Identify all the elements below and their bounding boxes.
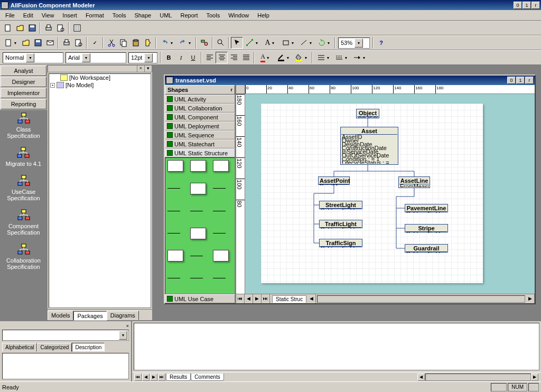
props-tab-categorized[interactable]: Categorized	[37, 343, 72, 352]
stencil-shape[interactable]	[167, 160, 183, 172]
minimize-button[interactable]: 0	[514, 2, 522, 9]
line-pattern-button[interactable]: ▼	[332, 52, 350, 63]
menu-insert[interactable]: Insert	[58, 11, 81, 20]
rectangle-tool[interactable]: ▼	[279, 37, 297, 49]
menu-uml[interactable]: UML	[155, 11, 176, 20]
doc-minimize-button[interactable]: 0	[507, 77, 516, 84]
copy-button[interactable]	[117, 37, 129, 49]
properties-body[interactable]	[2, 353, 129, 379]
class-streetlight[interactable]: StreetLightSubtypeField : <unspecified>	[319, 201, 362, 209]
tab-scroll-left[interactable]: ◀	[307, 294, 316, 303]
rail-item[interactable]: UseCase Specification	[1, 174, 46, 201]
stencil-shape[interactable]	[213, 205, 229, 217]
print-button[interactable]	[42, 22, 54, 34]
menu-tools[interactable]: Tools	[108, 11, 130, 20]
menu-report[interactable]: Report	[176, 11, 202, 20]
out-hscroll[interactable]	[425, 374, 531, 381]
shape-cat[interactable]: UML Component	[165, 113, 235, 122]
drawing-canvas[interactable]: ObjectOBJECTID AssetAssetIDOwnerDesignDa…	[245, 94, 535, 294]
output-body[interactable]	[134, 323, 539, 370]
canvas-tab[interactable]: Static Struc	[272, 295, 306, 303]
save-button[interactable]	[26, 22, 38, 34]
class-guardrail[interactable]: GuardrailSubtypeField : <unspecified>	[405, 244, 448, 253]
mail-button[interactable]	[44, 37, 56, 49]
underline-button[interactable]: U	[187, 52, 199, 63]
class-assetline[interactable]: AssetLineFromMeasureToMeasure	[398, 176, 430, 188]
tree-list[interactable]: [No Workspace] +[No Model]	[49, 73, 151, 308]
rail-tab-implementor[interactable]: Implementor	[1, 88, 46, 98]
close-button[interactable]: r	[531, 2, 540, 9]
rail-tab-designer[interactable]: Designer	[1, 77, 46, 87]
print2-button[interactable]	[60, 37, 72, 49]
tab-scroll-right[interactable]: ▶	[526, 294, 535, 303]
stencil-shape[interactable]	[213, 228, 229, 239]
rotate-tool[interactable]: ▼	[315, 37, 333, 49]
align-left-button[interactable]	[203, 52, 216, 63]
out-first[interactable]: ⏮	[134, 374, 142, 381]
stencil-shape[interactable]	[190, 205, 206, 217]
stencil-shape[interactable]	[190, 273, 206, 284]
class-trafficlight[interactable]: TrafficLightSubtypeField : <unspecified>	[319, 220, 362, 228]
page-next-button[interactable]: ▶	[253, 294, 262, 303]
stencil-shape[interactable]	[190, 228, 206, 239]
out-last[interactable]: ⏭	[158, 374, 165, 381]
expand-icon[interactable]: +	[50, 83, 55, 88]
paste-button[interactable]	[129, 37, 142, 49]
save-file-button[interactable]	[32, 37, 44, 49]
shape-cat[interactable]: UML Collaboration	[165, 104, 235, 113]
stencil-shape[interactable]	[213, 273, 229, 284]
class-asset[interactable]: AssetAssetIDOwnerDesignDateConstructionD…	[340, 127, 398, 165]
format-painter-button[interactable]	[142, 37, 154, 49]
rail-item[interactable]: Migrate to 4.1	[6, 146, 41, 167]
cut-button[interactable]	[105, 37, 117, 49]
find-button[interactable]	[214, 37, 227, 49]
rail-item[interactable]: Collaboration Specification	[1, 243, 46, 270]
tree-tab-models[interactable]: Models	[48, 311, 73, 320]
preview-button[interactable]	[54, 22, 67, 34]
open-file-button[interactable]	[20, 37, 32, 49]
out-prev[interactable]: ◀	[142, 374, 150, 381]
stencil-shape[interactable]	[167, 183, 183, 194]
menu-window[interactable]: Window	[224, 11, 253, 20]
line-weight-button[interactable]: ▼	[314, 52, 332, 63]
fill-color-button[interactable]: ▼	[292, 52, 310, 63]
menu-shape[interactable]: Shape	[130, 11, 155, 20]
size-combo[interactable]: 12pt▼	[128, 52, 157, 63]
class-stripe[interactable]: StripeSubtypeField : <unspecified> = 1	[405, 224, 448, 232]
align-justify-button[interactable]	[240, 52, 252, 63]
doc-maximize-button[interactable]: 1	[516, 77, 525, 84]
shape-stencil[interactable]	[165, 157, 235, 294]
props-tab-description[interactable]: Description	[72, 343, 105, 352]
redo-button[interactable]: ▼	[176, 37, 194, 49]
tree-node-workspace[interactable]: [No Workspace]	[69, 74, 110, 81]
tree-node-model[interactable]: [No Model]	[66, 82, 94, 88]
stencil-shape[interactable]	[167, 205, 183, 217]
menu-format[interactable]: Format	[81, 11, 108, 20]
props-close-icon[interactable]: ×	[126, 323, 129, 330]
rail-tab-analyst[interactable]: Analyst	[1, 66, 46, 76]
class-object[interactable]: ObjectOBJECTID	[356, 109, 379, 118]
page-prev-button[interactable]: ◀	[245, 294, 253, 303]
hscrollbar[interactable]	[317, 295, 525, 303]
font-combo[interactable]: Arial▼	[66, 52, 126, 63]
maximize-button[interactable]: 1	[523, 2, 531, 9]
out-scroll-left[interactable]: ◀	[417, 374, 425, 381]
page-last-button[interactable]: ⏭	[262, 294, 270, 303]
connector-tool[interactable]: ▼	[243, 37, 261, 49]
spelling-button[interactable]: ✓	[89, 37, 101, 49]
shape-cat[interactable]: UML Static Structure	[165, 148, 235, 157]
out-next[interactable]: ▶	[150, 374, 157, 381]
align-right-button[interactable]	[228, 52, 240, 63]
shapes-close-icon[interactable]: r	[230, 87, 232, 92]
stencil-shape[interactable]	[213, 160, 229, 172]
stencil-shape[interactable]	[213, 250, 229, 262]
stencil-shape[interactable]	[167, 250, 183, 262]
shape-cat[interactable]: UML Deployment	[165, 122, 235, 130]
stencil-shape[interactable]	[190, 160, 206, 172]
tree-tab-packages[interactable]: Packages	[73, 311, 106, 321]
new-drawing-button[interactable]: ▼	[2, 37, 20, 49]
style-combo[interactable]: Normal▼	[3, 52, 63, 63]
open-button[interactable]	[14, 22, 26, 34]
bold-button[interactable]: B	[163, 52, 175, 63]
preview2-button[interactable]	[72, 37, 85, 49]
